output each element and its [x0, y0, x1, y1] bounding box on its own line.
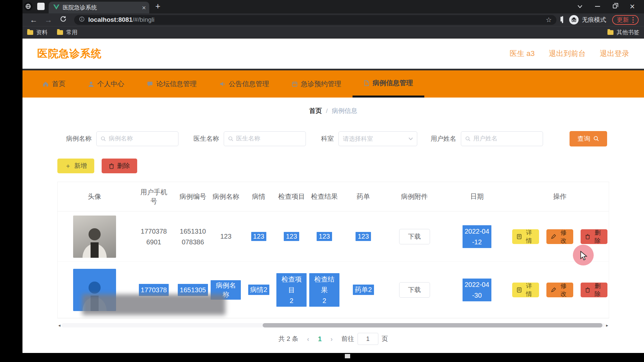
chevron-down-icon: [409, 137, 413, 140]
trash-icon: [585, 234, 590, 239]
site-logo: 医院急诊系统: [37, 47, 102, 61]
restore-button[interactable]: [610, 3, 619, 10]
nav-item-cases[interactable]: 病例信息管理: [353, 70, 424, 98]
folder-icon: [27, 30, 33, 35]
bookmark-star-icon[interactable]: ☆: [546, 16, 552, 24]
nav-item-home[interactable]: 首页: [31, 70, 77, 98]
back-icon[interactable]: ←: [28, 15, 39, 24]
edit-button[interactable]: 修改: [546, 229, 574, 244]
announcement-icon: [219, 81, 225, 87]
new-tab-button[interactable]: +: [149, 1, 160, 13]
current-user: 医生 a3: [509, 49, 535, 59]
pinned-tab-icon[interactable]: [37, 3, 45, 10]
table-header-row: 头像 用户手机号 病例编号 病例名称 病情 检查项目 检查结果 药单 病例附件 …: [58, 182, 609, 212]
reload-icon[interactable]: [57, 15, 69, 24]
user-name-input[interactable]: [461, 131, 543, 146]
download-button[interactable]: 下载: [399, 229, 430, 244]
tab-title: 医院急诊系统: [63, 4, 139, 11]
scroll-right-icon[interactable]: ▸: [605, 323, 609, 328]
breadcrumb-home[interactable]: 首页: [309, 107, 322, 115]
table-actions: ＋ 新增 删除: [22, 153, 644, 179]
close-button[interactable]: ×: [628, 3, 637, 10]
user-icon: [88, 81, 94, 87]
tab-search-icon[interactable]: [576, 3, 584, 10]
document-icon: [364, 80, 369, 86]
breadcrumb: 首页 / 病例信息: [22, 98, 644, 124]
bookmark-folder-2[interactable]: 常用: [57, 28, 77, 36]
total-count: 共 2 条: [278, 335, 298, 343]
main-nav: 首页 个人中心 论坛信息管理 公告信息管理 急诊预约管理: [22, 69, 644, 98]
scroll-left-icon[interactable]: ◂: [57, 323, 61, 328]
forward-icon[interactable]: →: [43, 15, 54, 24]
horizontal-scrollbar: ◂ ▸: [57, 322, 609, 328]
menu-dots-icon: [632, 17, 634, 23]
trash-icon: [109, 163, 114, 169]
table-row: 1770378 1651305 病例名称 病情2 检查项目 2 检查结果 2 药…: [58, 262, 609, 318]
case-name-input[interactable]: [96, 131, 178, 146]
info-icon[interactable]: [79, 16, 85, 23]
page-number[interactable]: 1: [318, 335, 322, 343]
remove-button[interactable]: 删除: [581, 229, 607, 244]
scrollbar-thumb[interactable]: [263, 323, 602, 327]
breadcrumb-current: 病例信息: [332, 107, 357, 115]
url-text: localhost:8081/#/bingli: [88, 16, 155, 23]
search-icon: [593, 136, 599, 141]
edit-button[interactable]: 修改: [546, 283, 574, 297]
incognito-label: 无痕模式: [582, 16, 606, 24]
browser-tab[interactable]: 医院急诊系统 ×: [49, 2, 149, 13]
screen: 医院急诊系统 × + × ← →: [0, 0, 644, 362]
browser-window: 医院急诊系统 × + × ← →: [22, 0, 644, 353]
delete-button[interactable]: 删除: [102, 159, 137, 173]
tab-strip: 医院急诊系统 × + ×: [22, 0, 644, 13]
incognito-indicator: 无痕模式: [569, 15, 606, 24]
folder-icon: [607, 30, 613, 35]
nav-item-announcement[interactable]: 公告信息管理: [208, 70, 280, 98]
bookmark-folder-1[interactable]: 资料: [27, 28, 48, 36]
plus-icon: ＋: [65, 162, 71, 170]
search-button[interactable]: 查询: [570, 131, 607, 146]
minimize-button[interactable]: [593, 3, 602, 10]
cases-table: 头像 用户手机号 病例编号 病例名称 病情 检查项目 检查结果 药单 病例附件 …: [57, 182, 609, 318]
mouse-cursor: [580, 251, 588, 262]
vue-favicon: [53, 4, 59, 11]
nav-item-appointment[interactable]: 急诊预约管理: [280, 70, 353, 98]
exit-to-front-link[interactable]: 退出到前台: [549, 49, 586, 59]
detail-button[interactable]: 详情: [512, 283, 539, 297]
add-button[interactable]: ＋ 新增: [57, 159, 94, 173]
avatar: [73, 216, 116, 258]
side-panel-icon[interactable]: [562, 17, 563, 23]
incognito-icon: [569, 15, 579, 24]
next-page-icon[interactable]: ›: [330, 335, 333, 343]
avatar-selected: [73, 269, 116, 311]
table-row: 1770378 6901 1651310 078386 123 123 123 …: [58, 212, 609, 262]
search-icon: [101, 136, 106, 141]
nav-item-forum[interactable]: 论坛信息管理: [136, 70, 208, 98]
scrollbar-track[interactable]: [61, 323, 605, 327]
globe-icon[interactable]: [24, 2, 33, 11]
update-button[interactable]: 更新: [612, 15, 639, 25]
detail-button[interactable]: 详情: [512, 229, 539, 244]
department-select[interactable]: 请选择科室: [338, 131, 417, 146]
remove-button[interactable]: 删除: [581, 283, 607, 297]
detail-icon: [517, 287, 522, 293]
folder-icon: [57, 30, 63, 35]
download-button[interactable]: 下载: [399, 282, 430, 298]
goto-page-input[interactable]: [358, 333, 378, 345]
logout-link[interactable]: 退出登录: [600, 49, 629, 59]
taskbar-sliver: [345, 354, 350, 358]
pen-icon: [551, 287, 556, 292]
doctor-name-input[interactable]: [224, 131, 306, 146]
detail-icon: [517, 234, 522, 239]
filter-bar: 病例名称 医生名称 科室 请选择科室 用户姓名: [22, 124, 644, 153]
other-bookmarks[interactable]: 其他书签: [607, 28, 639, 36]
nav-item-profile[interactable]: 个人中心: [77, 70, 136, 98]
web-page: 医院急诊系统 医生 a3 退出到前台 退出登录 首页 个人中心: [22, 39, 644, 353]
pen-icon: [551, 234, 556, 239]
tab-close-icon[interactable]: ×: [142, 4, 146, 11]
bookmarks-bar: 资料 常用 其他书签: [22, 26, 644, 39]
pagination: 共 2 条 ‹ 1 › 前往 页: [22, 328, 644, 349]
calendar-icon: [292, 81, 298, 87]
address-bar[interactable]: localhost:8081/#/bingli ☆: [74, 15, 556, 25]
search-icon: [465, 136, 471, 141]
prev-page-icon[interactable]: ‹: [307, 335, 309, 343]
